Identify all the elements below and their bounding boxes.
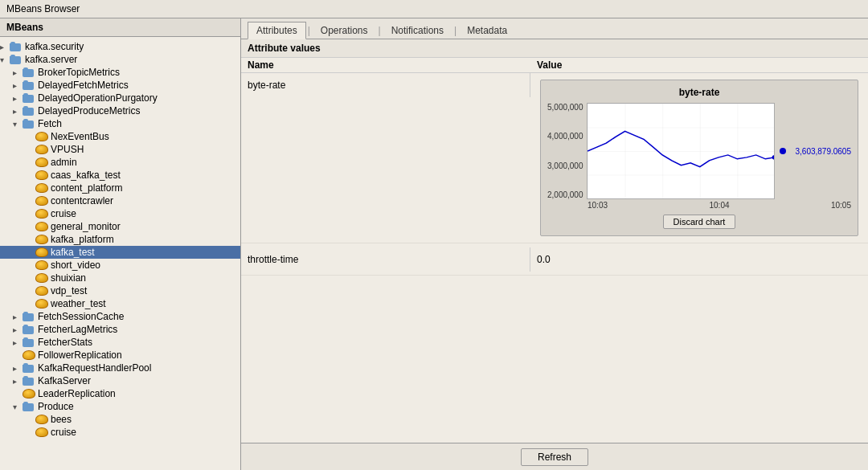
folder-icon: [23, 363, 35, 373]
tree-arrow-kafka-server[interactable]: [0, 55, 10, 64]
tree-item-weather_test[interactable]: weather_test: [0, 297, 240, 310]
window-title: MBeans Browser: [6, 3, 80, 14]
bean-icon: [35, 247, 48, 257]
chart-svg: [588, 104, 775, 198]
tree-item-kafka-server[interactable]: KafkaServer: [0, 374, 240, 387]
attr-values-header: Attribute values: [241, 39, 868, 58]
tree-arrow-kafka-server[interactable]: [13, 377, 23, 386]
tree-item-broker-topic-metrics[interactable]: BrokerTopicMetrics: [0, 66, 240, 79]
tree-item-label: FetcherLagMetrics: [38, 324, 117, 335]
tree-item-delayed-operation-purgatory[interactable]: DelayedOperationPurgatory: [0, 92, 240, 104]
tree-item-shuixian[interactable]: shuixian: [0, 272, 240, 284]
tree-item-label: BrokerTopicMetrics: [38, 67, 120, 78]
chart-area: [587, 103, 776, 199]
tree-item-contentcrawler[interactable]: contentcrawler: [0, 194, 240, 207]
tree-arrow-produce[interactable]: [13, 403, 23, 411]
tree-item-kafka-security[interactable]: kafka.security: [0, 40, 240, 53]
refresh-button[interactable]: Refresh: [521, 448, 588, 466]
tree-arrow-kafka-request-handler-pool[interactable]: [13, 364, 23, 373]
attr-rows: byte-rate byte-rate 5,000,0004,000,0003,…: [241, 73, 868, 443]
tree-item-follower-replication[interactable]: FollowerReplication: [0, 349, 240, 362]
bean-icon: [35, 196, 48, 206]
tree-item-label: admin: [51, 157, 77, 168]
tree-item-label: DelayedProduceMetrics: [38, 105, 140, 116]
tree-arrow-delayed-produce-metrics[interactable]: [13, 107, 23, 116]
x-label: 10:03: [588, 201, 608, 210]
tree-item-vpush[interactable]: VPUSH: [0, 143, 240, 156]
tree-item-cruise[interactable]: cruise: [0, 207, 240, 220]
tab-metadata[interactable]: Metadata: [458, 22, 516, 39]
tree-arrow-delayed-fetch-metrics[interactable]: [13, 81, 23, 90]
attr-name-cell: throttle-time: [241, 247, 530, 272]
tree-item-label: NexEventBus: [51, 131, 109, 142]
tree-item-short_video[interactable]: short_video: [0, 259, 240, 272]
tree-item-fetcher-stats[interactable]: FetcherStats: [0, 336, 240, 349]
chart-y-axis: 5,000,0004,000,0003,000,0002,000,000: [547, 103, 587, 199]
tree-arrow-fetcher-stats[interactable]: [13, 338, 23, 347]
tree-item-fetch-session-cache[interactable]: FetchSessionCache: [0, 310, 240, 323]
tab-attributes[interactable]: Attributes: [248, 22, 306, 39]
tree-item-general_monitor[interactable]: general_monitor: [0, 220, 240, 233]
discard-chart-button[interactable]: Discard chart: [663, 215, 736, 229]
tree-arrow-fetcher-lag-metrics[interactable]: [13, 325, 23, 334]
bean-icon: [35, 170, 48, 180]
tree-item-leader-replication[interactable]: LeaderReplication: [0, 387, 240, 400]
tree-item-content_platform[interactable]: content_platform: [0, 182, 240, 194]
folder-icon: [10, 42, 23, 51]
folder-icon: [23, 106, 35, 116]
tree-item-caas_kafka_test[interactable]: caas_kafka_test: [0, 169, 240, 182]
folder-icon: [23, 312, 35, 321]
tree-item-label: KafkaServer: [38, 375, 91, 386]
tree-item-delayed-produce-metrics[interactable]: DelayedProduceMetrics: [0, 104, 240, 117]
tab-separator: |: [306, 25, 312, 36]
tree-arrow-fetch-session-cache[interactable]: [13, 313, 23, 321]
tree-item-admin[interactable]: admin: [0, 156, 240, 169]
tree-item-kafka_platform[interactable]: kafka_platform: [0, 233, 240, 246]
tree-item-kafka_test[interactable]: kafka_test: [0, 246, 240, 259]
tree-item-bees[interactable]: bees: [0, 413, 240, 426]
tree-arrow-delayed-operation-purgatory[interactable]: [13, 94, 23, 103]
right-panel: Attributes|Operations|Notifications|Meta…: [241, 18, 868, 470]
tree-item-produce[interactable]: Produce: [0, 400, 240, 413]
tree-item-label: kafka_platform: [51, 234, 114, 245]
folder-icon: [23, 93, 35, 103]
tree-item-nexeventbus[interactable]: NexEventBus: [0, 130, 240, 143]
tree-arrow-kafka-security[interactable]: [0, 43, 10, 51]
tree-item-fetch[interactable]: Fetch: [0, 117, 240, 130]
tree-item-kafka-request-handler-pool[interactable]: KafkaRequestHandlerPool: [0, 362, 240, 374]
bean-icon: [35, 157, 48, 167]
bean-icon: [35, 273, 48, 283]
tab-operations[interactable]: Operations: [312, 22, 377, 39]
tree-item-cruise2[interactable]: cruise: [0, 426, 240, 439]
folder-icon: [23, 337, 35, 347]
bean-icon: [35, 132, 48, 141]
y-label: 3,000,000: [547, 161, 583, 170]
tree-item-label: FetcherStats: [38, 337, 92, 348]
attr-row: byte-rate byte-rate 5,000,0004,000,0003,…: [241, 73, 868, 243]
tab-notifications[interactable]: Notifications: [383, 22, 452, 39]
tree-container[interactable]: kafka.securitykafka.serverBrokerTopicMet…: [0, 37, 240, 470]
bean-icon: [35, 235, 48, 244]
bean-icon: [35, 415, 48, 424]
tree-item-label: Fetch: [38, 118, 62, 129]
tree-item-delayed-fetch-metrics[interactable]: DelayedFetchMetrics: [0, 79, 240, 92]
tabs-bar: Attributes|Operations|Notifications|Meta…: [241, 18, 868, 39]
tree-item-kafka-server[interactable]: kafka.server: [0, 53, 240, 66]
folder-icon: [23, 402, 35, 411]
col-name-header: Name: [248, 59, 537, 71]
tree-item-label: DelayedFetchMetrics: [38, 80, 129, 91]
tree-item-label: KafkaRequestHandlerPool: [38, 362, 151, 374]
tree-arrow-broker-topic-metrics[interactable]: [13, 68, 23, 77]
tree-item-label: weather_test: [51, 298, 106, 309]
left-panel: MBeans kafka.securitykafka.serverBrokerT…: [0, 18, 241, 470]
bean-icon: [35, 209, 48, 219]
bean-icon: [35, 145, 48, 154]
tree-item-label: caas_kafka_test: [51, 170, 121, 181]
tree-item-label: kafka.security: [25, 41, 84, 52]
legend-dot: [780, 148, 786, 154]
tree-arrow-fetch[interactable]: [13, 120, 23, 129]
tree-item-label: DelayedOperationPurgatory: [38, 92, 158, 104]
tree-item-vdp_test[interactable]: vdp_test: [0, 284, 240, 297]
tree-item-fetcher-lag-metrics[interactable]: FetcherLagMetrics: [0, 323, 240, 336]
tab-separator: |: [377, 25, 383, 36]
